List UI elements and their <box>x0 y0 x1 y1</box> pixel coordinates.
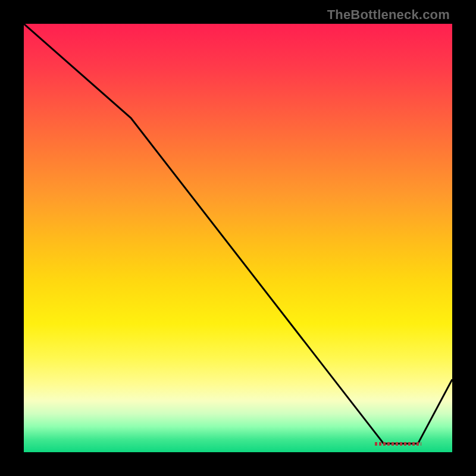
chart-svg <box>24 24 452 452</box>
plot-area <box>24 24 452 452</box>
chart-container: TheBottleneck.com <box>0 0 476 476</box>
bottleneck-line <box>24 24 452 444</box>
watermark-text: TheBottleneck.com <box>327 7 450 23</box>
